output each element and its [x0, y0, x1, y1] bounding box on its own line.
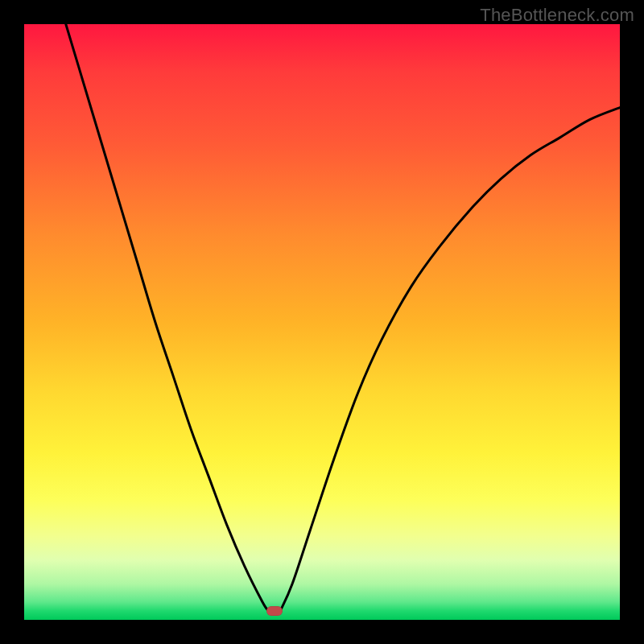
curve-svg: [24, 24, 620, 620]
curve-left-branch: [66, 24, 269, 611]
minimum-marker: [266, 606, 283, 616]
watermark-text: TheBottleneck.com: [480, 5, 634, 26]
plot-area: [24, 24, 620, 620]
curve-right-branch: [280, 108, 620, 611]
chart-frame: TheBottleneck.com: [0, 0, 644, 644]
